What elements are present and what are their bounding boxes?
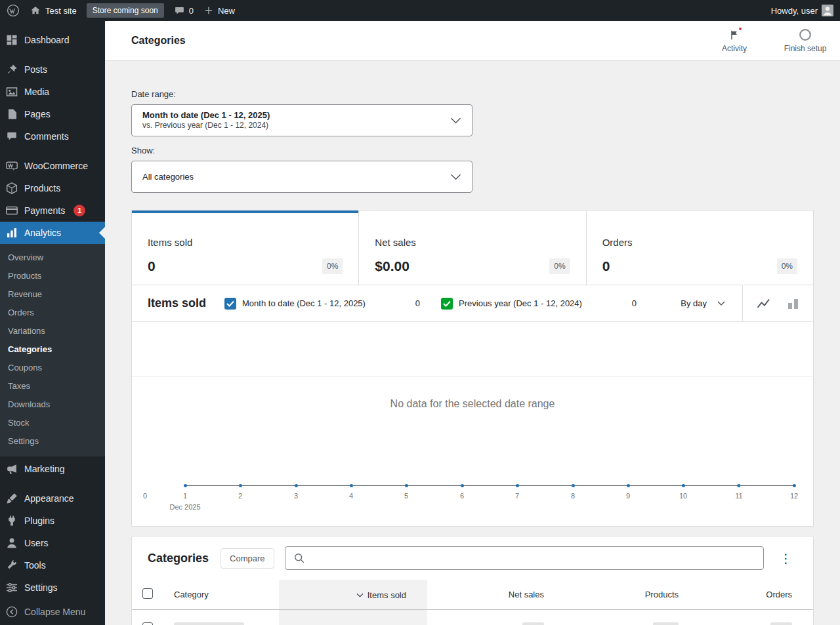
chart-controls: By day bbox=[663, 285, 813, 321]
submenu-item-stock[interactable]: Stock bbox=[0, 414, 105, 432]
items-sold-cell-loading bbox=[279, 610, 427, 625]
submenu-item-coupons[interactable]: Coupons bbox=[0, 359, 105, 377]
legend-previous-period[interactable]: Previous year (Dec 1 - 12, 2024) 0 bbox=[441, 298, 637, 310]
sidebar-item-marketing[interactable]: Marketing bbox=[0, 458, 105, 480]
kebab-menu-icon[interactable]: ⋮ bbox=[774, 550, 797, 567]
sidebar-item-analytics[interactable]: Analytics bbox=[0, 222, 105, 244]
data-point-dot bbox=[184, 484, 187, 487]
net-sales-cell-loading bbox=[427, 610, 565, 625]
submenu-item-products[interactable]: Products bbox=[0, 267, 105, 285]
x-tick: 11 bbox=[735, 485, 742, 500]
site-name: Test site bbox=[45, 6, 77, 16]
stat-value: 0 bbox=[602, 258, 610, 274]
select-all-checkbox[interactable] bbox=[142, 588, 153, 599]
submenu-item-settings[interactable]: Settings bbox=[0, 432, 105, 451]
summary-net-sales[interactable]: Net sales $0.00 0% bbox=[358, 211, 585, 285]
submenu-item-variations[interactable]: Variations bbox=[0, 322, 105, 340]
data-point-dot bbox=[516, 484, 519, 487]
sidebar-item-label: Analytics bbox=[24, 228, 61, 238]
activity-flag-icon bbox=[728, 28, 740, 41]
menu-separator bbox=[0, 148, 105, 155]
summary-items-sold[interactable]: Items sold 0 0% bbox=[132, 211, 358, 285]
column-header-items-sold[interactable]: Items sold bbox=[279, 580, 427, 610]
sidebar-item-label: Pages bbox=[24, 109, 51, 119]
sidebar-item-tools[interactable]: Tools bbox=[0, 554, 105, 576]
column-header-products[interactable]: Products bbox=[565, 580, 700, 610]
chevron-down-icon bbox=[450, 174, 461, 180]
submenu-item-categories[interactable]: Categories bbox=[0, 340, 105, 359]
account-menu[interactable]: Howdy, user bbox=[771, 5, 833, 16]
submenu-item-taxes[interactable]: Taxes bbox=[0, 377, 105, 395]
plus-icon bbox=[203, 5, 214, 16]
table-toolbar: Categories Compare ⋮ bbox=[132, 536, 813, 580]
plugins-icon bbox=[5, 514, 18, 527]
x-tick: 8 bbox=[571, 485, 575, 500]
compare-button[interactable]: Compare bbox=[220, 548, 274, 569]
wordpress-logo[interactable] bbox=[7, 4, 20, 17]
search-icon bbox=[293, 552, 305, 564]
submenu-item-orders[interactable]: Orders bbox=[0, 304, 105, 322]
line-chart-icon[interactable] bbox=[757, 298, 771, 310]
admin-bar-left: Test site Store coming soon 0 New bbox=[7, 3, 235, 18]
data-point-dot bbox=[405, 484, 408, 487]
column-header-category[interactable]: Category bbox=[163, 580, 279, 610]
chart-empty-message: No data for the selected date range bbox=[390, 398, 555, 410]
sidebar-item-settings[interactable]: Settings bbox=[0, 576, 105, 599]
sidebar-item-plugins[interactable]: Plugins bbox=[0, 510, 105, 532]
sidebar-item-payments[interactable]: Payments 1 bbox=[0, 199, 105, 222]
new-label: New bbox=[218, 6, 235, 16]
sidebar-item-label: Settings bbox=[24, 582, 58, 593]
collapse-menu-button[interactable]: Collapse Menu bbox=[0, 601, 105, 623]
finish-setup-button[interactable]: Finish setup bbox=[780, 28, 831, 53]
sidebar-item-appearance[interactable]: Appearance bbox=[0, 487, 105, 510]
summary-orders[interactable]: Orders 0 0% bbox=[586, 211, 813, 285]
submenu-item-downloads[interactable]: Downloads bbox=[0, 395, 105, 414]
checkbox-checked-icon bbox=[441, 298, 453, 310]
column-header-net-sales[interactable]: Net sales bbox=[427, 580, 565, 610]
sort-desc-icon bbox=[356, 593, 364, 597]
submenu-item-revenue[interactable]: Revenue bbox=[0, 285, 105, 304]
sidebar-item-comments[interactable]: Comments bbox=[0, 125, 105, 148]
bar-chart-icon[interactable] bbox=[787, 298, 799, 310]
category-filter-select[interactable]: All categories bbox=[131, 161, 472, 193]
column-header-orders[interactable]: Orders bbox=[700, 580, 813, 610]
comment-icon bbox=[174, 5, 185, 16]
submenu-item-overview[interactable]: Overview bbox=[0, 249, 105, 267]
sidebar-item-dashboard[interactable]: Dashboard bbox=[0, 29, 105, 51]
sidebar-item-users[interactable]: Users bbox=[0, 532, 105, 554]
search-input[interactable] bbox=[310, 554, 755, 563]
date-range-select[interactable]: Month to date (Dec 1 - 12, 2025) vs. Pre… bbox=[131, 104, 472, 136]
chart-type-switcher bbox=[742, 285, 813, 321]
site-name-link[interactable]: Test site bbox=[30, 5, 77, 16]
data-point-dot bbox=[627, 484, 630, 487]
sidebar-item-pages[interactable]: Pages bbox=[0, 103, 105, 125]
comments-shortcut[interactable]: 0 bbox=[174, 5, 194, 16]
interval-select[interactable]: By day bbox=[663, 285, 742, 321]
legend-total: 0 bbox=[632, 298, 637, 308]
new-content-button[interactable]: New bbox=[203, 5, 235, 16]
sidebar-item-label: Products bbox=[24, 183, 60, 193]
legend-current-period[interactable]: Month to date (Dec 1 - 12, 2025) 0 bbox=[224, 298, 420, 310]
activity-button[interactable]: Activity bbox=[709, 28, 760, 53]
sidebar-item-products[interactable]: Products bbox=[0, 177, 105, 199]
x-axis-month-label: Dec 2025 bbox=[169, 503, 200, 511]
sidebar-item-label: Comments bbox=[24, 131, 69, 142]
sidebar-item-posts[interactable]: Posts bbox=[0, 58, 105, 81]
x-tick: 10 bbox=[679, 485, 687, 500]
dashboard-icon bbox=[5, 33, 18, 47]
legend-total: 0 bbox=[415, 298, 420, 308]
sidebar-item-label: Dashboard bbox=[24, 35, 70, 45]
data-point-dot bbox=[350, 484, 353, 487]
stat-delta-badge: 0% bbox=[322, 258, 343, 274]
row-checkbox[interactable] bbox=[142, 622, 153, 625]
chevron-down-icon bbox=[450, 117, 461, 124]
x-tick: 12 bbox=[790, 485, 798, 500]
sidebar-item-media[interactable]: Media bbox=[0, 81, 105, 103]
orders-cell-loading bbox=[700, 610, 813, 625]
stat-delta-badge: 0% bbox=[777, 258, 797, 274]
x-tick: 4 bbox=[349, 485, 353, 500]
sidebar-item-woocommerce[interactable]: WooCommerce bbox=[0, 155, 105, 177]
date-range-value: Month to date (Dec 1 - 12, 2025) vs. Pre… bbox=[142, 110, 450, 131]
checkbox-checked-icon bbox=[224, 298, 236, 310]
posts-icon bbox=[5, 63, 18, 76]
